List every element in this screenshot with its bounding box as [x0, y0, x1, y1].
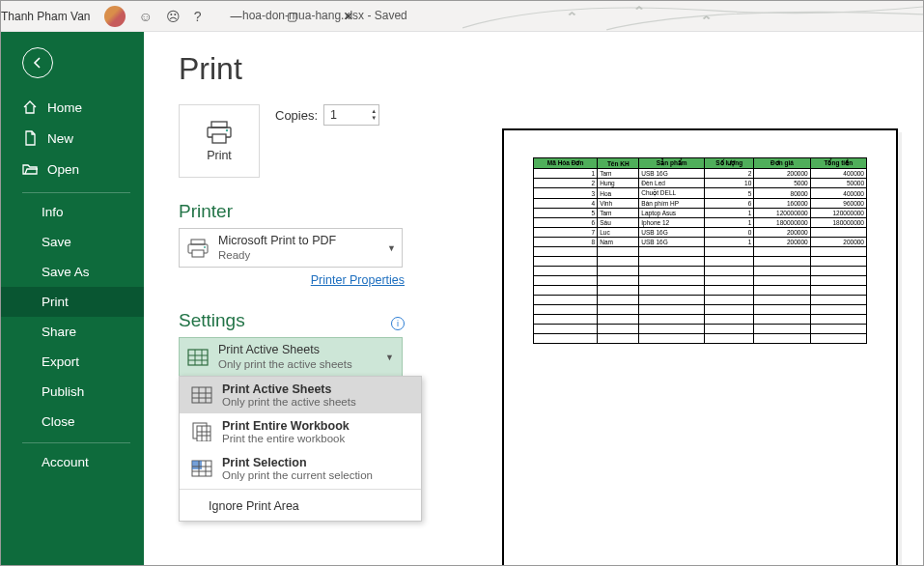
table-header: Sản phẩm [639, 158, 705, 169]
print-what-sub: Only print the active sheets [218, 357, 396, 372]
sidebar-label: Print [42, 295, 69, 309]
table-row-empty [534, 305, 867, 315]
sidebar-item-info[interactable]: Info [1, 197, 144, 227]
chevron-down-icon: ▼ [387, 243, 396, 253]
table-header: Tổng tiền [810, 158, 866, 169]
svg-rect-4 [191, 240, 205, 244]
sidebar-label: Info [42, 205, 64, 219]
copies-value: 1 [330, 108, 337, 122]
sidebar-item-publish[interactable]: Publish [1, 377, 144, 407]
printer-status: Ready [218, 248, 379, 263]
table-header: Mã Hóa Đơn [534, 158, 598, 169]
svg-rect-0 [211, 122, 227, 127]
settings-section-heading: Settings [179, 310, 405, 331]
option-sub: Print the entire workbook [222, 433, 350, 444]
sidebar-item-share[interactable]: Share [1, 317, 144, 347]
print-what-option[interactable]: Print Active SheetsOnly print the active… [180, 377, 421, 413]
option-icon [189, 419, 214, 444]
sidebar-label: Share [42, 325, 76, 339]
sidebar-separator-2 [22, 442, 130, 443]
table-row-empty [534, 325, 867, 334]
table-row-empty [534, 315, 867, 325]
sidebar-label: New [47, 131, 73, 146]
sidebar-item-open[interactable]: Open [1, 154, 144, 184]
printer-name: Microsoft Print to PDF [218, 233, 379, 248]
option-sub: Only print the current selection [222, 469, 373, 481]
page-title: Print [179, 51, 923, 87]
option-icon [189, 456, 214, 481]
sidebar-item-home[interactable]: Home [1, 92, 144, 123]
print-page: Print Print Copies: 1 ▲▼ [144, 32, 923, 565]
copies-label: Copies: [275, 108, 318, 123]
ignore-print-area[interactable]: Ignore Print Area [180, 492, 421, 521]
sidebar-label: Close [42, 414, 75, 429]
backstage-sidebar: HomeNewOpen InfoSaveSave AsPrintShareExp… [1, 32, 144, 565]
window-title: hoa-don-mua-hang.xlsx - Saved [242, 9, 407, 22]
table-row: 4VinhBàn phím HP6160000960000 [534, 199, 867, 209]
svg-point-7 [204, 246, 206, 248]
print-what-option[interactable]: Print SelectionOnly print the current se… [180, 450, 421, 487]
svg-point-3 [226, 129, 228, 131]
print-what-dropdown[interactable]: Print Active Sheets Only print the activ… [179, 337, 403, 377]
home-icon [22, 99, 38, 115]
sidebar-item-close[interactable]: Close [1, 407, 144, 437]
table-row-empty [534, 247, 867, 257]
svg-rect-8 [188, 350, 208, 365]
table-row: 6SáuIphone 121180000000180000000 [534, 218, 867, 228]
printer-icon [205, 120, 234, 145]
sheets-icon [185, 345, 210, 370]
popup-separator [180, 489, 421, 490]
user-avatar[interactable] [104, 6, 126, 27]
printer-dropdown[interactable]: Microsoft Print to PDF Ready ▼ [179, 228, 403, 268]
preview-table: Mã Hóa ĐơnTên KHSản phẩmSố lượngĐơn giáT… [533, 157, 867, 344]
print-button-label: Print [207, 149, 232, 162]
copies-input[interactable]: 1 ▲▼ [323, 104, 379, 126]
titlebar: hoa-don-mua-hang.xlsx - Saved Thanh Pham… [1, 1, 923, 32]
sidebar-separator [22, 192, 130, 193]
feedback-smile-icon[interactable]: ☺ [139, 9, 153, 24]
preview-page: Mã Hóa ĐơnTên KHSản phẩmSố lượngĐơn giáT… [502, 128, 898, 565]
table-row: 2HungĐèn Led10500050000 [534, 179, 867, 188]
print-what-popup: Print Active SheetsOnly print the active… [179, 376, 422, 522]
sidebar-label: Export [42, 354, 79, 369]
print-preview: Mã Hóa ĐơnTên KHSản phẩmSố lượngĐơn giáT… [502, 128, 898, 565]
sidebar-item-print[interactable]: Print [1, 287, 144, 317]
table-row: 8NamUSB 16G1200000200000 [534, 238, 867, 247]
back-arrow-icon [31, 56, 44, 70]
option-title: Print Entire Workbook [222, 419, 350, 433]
feedback-frown-icon[interactable]: ☹ [166, 9, 181, 24]
sidebar-item-new[interactable]: New [1, 123, 144, 154]
table-row-empty [534, 267, 867, 276]
sidebar-item-save[interactable]: Save [1, 227, 144, 257]
table-row: 3HoaChuột DELL580000400000 [534, 188, 867, 199]
sidebar-label: Open [47, 162, 79, 177]
printer-info-icon[interactable]: i [391, 317, 405, 330]
table-row-empty [534, 334, 867, 344]
sidebar-item-save-as[interactable]: Save As [1, 257, 144, 287]
copies-spinner[interactable]: ▲▼ [371, 108, 377, 122]
sidebar-label: Save [42, 235, 71, 249]
table-header: Số lượng [705, 158, 754, 169]
print-what-title: Print Active Sheets [218, 342, 396, 357]
svg-rect-6 [192, 250, 204, 257]
svg-rect-13 [192, 387, 211, 403]
sidebar-item-export[interactable]: Export [1, 347, 144, 377]
table-row-empty [534, 286, 867, 296]
table-row: 1TamUSB 16G2200000400000 [534, 169, 867, 179]
sidebar-label: Save As [42, 265, 90, 279]
table-row-empty [534, 276, 867, 286]
print-controls: Print Copies: 1 ▲▼ Printer i [179, 104, 405, 565]
table-row-empty [534, 257, 867, 267]
svg-rect-2 [212, 134, 226, 143]
print-what-option[interactable]: Print Entire WorkbookPrint the entire wo… [180, 413, 421, 450]
printer-properties-link[interactable]: Printer Properties [179, 273, 405, 287]
table-row-empty [534, 296, 867, 305]
option-icon [189, 382, 214, 408]
sidebar-item-account[interactable]: Account [1, 447, 144, 477]
print-button[interactable]: Print [179, 104, 260, 178]
back-button[interactable] [22, 47, 53, 78]
help-icon[interactable]: ? [194, 9, 202, 24]
open-icon [22, 161, 38, 177]
table-header: Đơn giá [754, 158, 810, 169]
option-title: Print Active Sheets [222, 382, 356, 396]
